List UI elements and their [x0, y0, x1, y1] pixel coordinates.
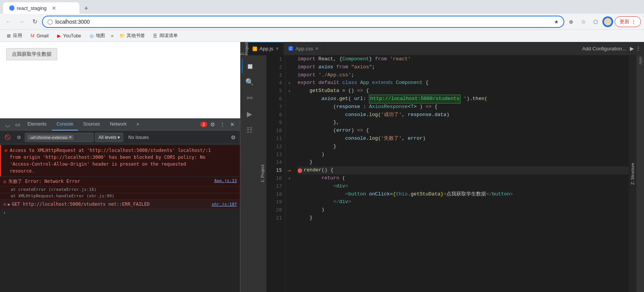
bookmark-gmail-label: Gmail — [37, 33, 48, 39]
code-editor[interactable]: import React, {Component} from 'react' i… — [293, 55, 629, 292]
line-7: 7 — [279, 103, 282, 111]
debug-icon[interactable]: ⋮ — [636, 45, 641, 52]
bookmark-apps-label: 应用 — [13, 32, 22, 39]
console-settings-icon[interactable]: ⚙ — [229, 133, 238, 142]
code-line-4: export default class App extends Compone… — [298, 79, 629, 87]
tab-sources[interactable]: Sources — [79, 118, 105, 131]
console-output: ⊗ Access to XMLHttpRequest at 'http://lo… — [0, 144, 240, 292]
fold-gutter: ▾ ▾ ⇒ ▾ — [285, 55, 293, 292]
code-line-6: axios.get( url: http://localhost:5000/st… — [298, 95, 629, 103]
code-line-9: }, — [298, 119, 629, 127]
browser-tab[interactable]: react_staging ✕ — [3, 2, 79, 14]
tab-more[interactable]: » — [132, 118, 144, 131]
code-line-11: console.log('失败了', error) — [298, 135, 629, 143]
vscode-tab-appcss[interactable]: C App.css ✕ — [284, 42, 324, 55]
extensions-icon[interactable]: ☷ — [242, 123, 257, 138]
tab-close-appjs[interactable]: ✕ — [275, 46, 279, 51]
git-icon[interactable]: ⚯ — [242, 90, 257, 106]
console-clear-btn[interactable]: 🚫 — [2, 133, 13, 141]
line-11: 11 — [276, 135, 282, 143]
browser-viewport-area: 点我获取学生数据 ◡ ▭ Elements Console — [0, 42, 240, 292]
vscode-tab-appjs[interactable]: J App.js ✕ — [248, 42, 284, 55]
update-menu-icon: ⋮ — [631, 19, 636, 24]
explorer-icon[interactable]: ◼ — [242, 58, 257, 74]
bookmark-maps-label: 地图 — [96, 32, 105, 39]
bookmark-apps[interactable]: ⊞ 应用 — [3, 31, 25, 40]
code-line-12: } — [298, 143, 629, 151]
debug-sidebar-icon[interactable]: ▶ — [242, 106, 257, 122]
devtools-more-icon[interactable]: ⋮ — [218, 120, 227, 129]
get-error-source[interactable]: xhr.js:187 — [212, 202, 237, 207]
back-button[interactable]: ← — [3, 16, 14, 27]
devtools-settings-icon[interactable]: ⚙ — [208, 120, 217, 129]
tab-close-icon[interactable]: ✕ — [52, 5, 56, 11]
devtools-panel: ◡ ▭ Elements Console Sources Network » — [0, 118, 240, 292]
line-6: 6 — [279, 95, 282, 103]
no-issues-btn[interactable]: No Issues — [125, 133, 152, 142]
tab-close-appcss[interactable]: ✕ — [315, 46, 319, 51]
error-icon-get: ⊗ — [3, 201, 6, 208]
get-error-entry: ⊗ ▶ GET http://localhost:5000/students n… — [0, 200, 240, 209]
bookmark-other[interactable]: 📁 其他书签 — [117, 31, 148, 40]
update-button[interactable]: 更新 ⋮ — [615, 16, 641, 27]
line-5: 5 — [279, 87, 282, 95]
console-caret[interactable]: › — [3, 210, 6, 216]
code-line-20: ) — [298, 206, 629, 214]
bookmark-youtube[interactable]: ▶ YouTube — [53, 32, 84, 40]
extension-icon[interactable]: ⬡ — [590, 16, 601, 27]
star-icon[interactable]: ★ — [554, 19, 559, 25]
devtools-device-icon[interactable]: ▭ — [13, 120, 22, 129]
tab-network[interactable]: Network — [105, 118, 131, 131]
filter-icon: ⊘ — [17, 134, 21, 140]
expand-icon[interactable]: ▶ — [8, 202, 10, 207]
network-error-source[interactable]: App.js:13 — [214, 178, 237, 183]
stack-text-2: at XMLHttpRequest.handleError (xhr.js:99… — [11, 194, 114, 198]
vscode-tabs-bar: 1: Project J App.js ✕ C App.css ✕ Add Co… — [240, 42, 644, 55]
gmail-icon: M — [30, 33, 35, 39]
update-label: 更新 — [620, 18, 630, 25]
forward-button[interactable]: → — [16, 16, 27, 27]
project-label-vertical[interactable]: 1: Project — [259, 55, 266, 292]
console-filter-btn[interactable]: ⊘ — [14, 133, 23, 141]
tab-elements[interactable]: Elements — [23, 118, 51, 131]
line-9: 9 — [279, 119, 282, 127]
nav-bar: ← → ↻ ◯ localhost:3000 ★ ⊕ ☆ ⬡ 更新 ⋮ — [0, 14, 644, 30]
devtools-inspect-icon[interactable]: ◡ — [3, 120, 12, 129]
translate-icon[interactable]: ⊕ — [566, 16, 576, 27]
search-icon[interactable]: 🔍 — [242, 74, 257, 90]
levels-chevron: ▾ — [118, 135, 120, 140]
tab-title: react_staging — [17, 5, 47, 11]
bookmark-gmail[interactable]: M Gmail — [27, 32, 52, 40]
css-file-icon: C — [288, 46, 293, 51]
line-15: 15 — [276, 166, 282, 174]
code-line-3: import './App.css'; — [298, 71, 629, 79]
new-tab-btn[interactable]: + — [81, 3, 92, 14]
run-icon[interactable]: ▶ — [630, 45, 634, 52]
readinglist-icon: ☰ — [153, 33, 158, 39]
log-levels-btn[interactable]: All levels ▾ — [95, 133, 123, 142]
add-config-btn[interactable]: Add Configuration... — [580, 45, 628, 52]
bookmark-readinglist[interactable]: ☰ 阅读清单 — [150, 31, 181, 40]
line-8: 8 — [279, 111, 282, 119]
profile-icon[interactable] — [602, 16, 613, 27]
bookmark-icon[interactable]: ☆ — [578, 16, 589, 27]
code-line-15: render() { — [298, 166, 629, 174]
code-line-17: <div> — [298, 182, 629, 190]
line-4: 4 — [279, 79, 282, 87]
page-viewport: 点我获取学生数据 — [0, 42, 240, 118]
devtools-close-icon[interactable]: ✕ — [228, 120, 237, 129]
tab-console[interactable]: Console — [52, 118, 78, 131]
line-18: 18 — [276, 190, 282, 198]
reload-button[interactable]: ↻ — [29, 16, 40, 27]
bookmark-maps[interactable]: ◎ 地图 — [86, 31, 108, 40]
get-data-button[interactable]: 点我获取学生数据 — [6, 48, 57, 60]
line-14: 14 — [276, 158, 282, 166]
code-line-2: import axios from "axios"; — [298, 63, 629, 71]
project-sidebar-label[interactable]: 1: Project — [240, 42, 248, 55]
address-bar[interactable]: ◯ localhost:3000 ★ — [42, 16, 564, 28]
filter-remove-icon[interactable]: ✕ — [69, 135, 72, 139]
structure-label-vertical[interactable]: Z: Structure — [629, 55, 636, 292]
cors-line4: resource. — [10, 168, 34, 174]
bookmark-youtube-label: YouTube — [63, 33, 81, 39]
breakpoint-icon — [298, 168, 302, 173]
